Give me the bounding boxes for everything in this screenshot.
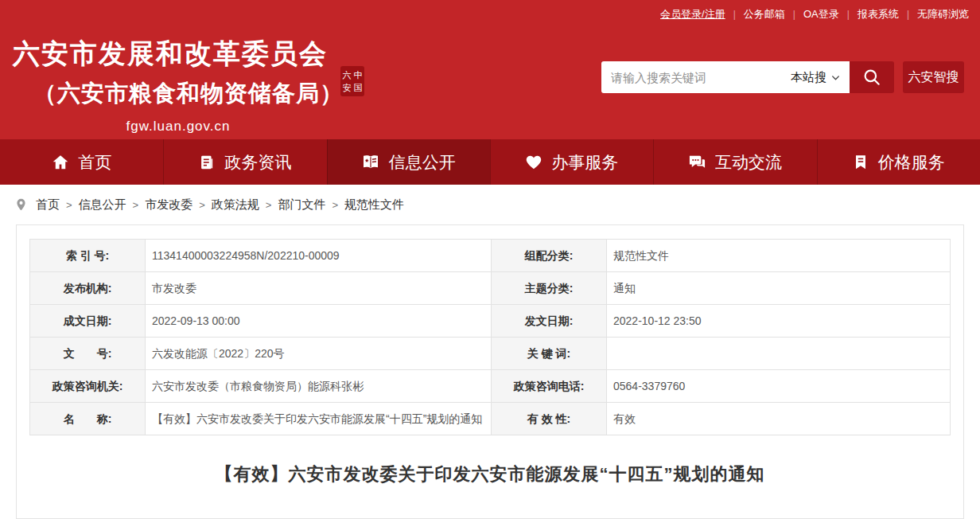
breadcrumb-separator: > (332, 199, 338, 211)
breadcrumb-separator: > (199, 199, 205, 211)
breadcrumb-separator: > (133, 199, 139, 211)
nav-item-label: 首页 (78, 151, 111, 174)
org-name-line2: （六安市粮食和物资储备局） (13, 78, 344, 110)
meta-value: 通知 (607, 272, 951, 305)
breadcrumb-fgw[interactable]: 市发改委 (145, 197, 192, 213)
org-name-line1: 六安市发展和改革委员会 (13, 36, 344, 72)
breadcrumb-info-disclosure[interactable]: 信息公开 (79, 197, 126, 213)
oa-login-link[interactable]: OA登录 (803, 7, 839, 21)
breadcrumb-separator: > (66, 199, 72, 211)
site-logo-title[interactable]: 六安市发展和改革委员会 （六安市粮食和物资储备局） fgw.luan.gov.c… (13, 36, 344, 135)
nav-item-label: 政务资讯 (224, 151, 291, 174)
search-box: 本站搜 (601, 61, 850, 93)
document-icon (198, 154, 216, 171)
top-utility-bar: 会员登录/注册 | 公务邮箱 | OA登录 | 报表系统 | 无障碍浏览 (0, 0, 980, 28)
meta-value: 2022-10-12 23:50 (607, 305, 951, 338)
breadcrumb: 首页 > 信息公开 > 市发改委 > 政策法规 > 部门文件 > 规范性文件 (0, 185, 980, 224)
breadcrumb-dept-files[interactable]: 部门文件 (278, 197, 325, 213)
nav-item-price-service[interactable]: 价格服务 (817, 139, 980, 185)
heart-icon (525, 154, 542, 171)
meta-label: 主题分类: (492, 272, 607, 305)
main-nav: 首页 政务资讯 信息公开 办事服务 互动交流 价格服务 (0, 139, 980, 185)
location-pin-icon (14, 197, 28, 213)
meta-value: 有效 (607, 403, 951, 435)
smart-search-button[interactable]: 六安智搜 (903, 61, 964, 93)
open-book-icon (361, 153, 380, 172)
official-mail-link[interactable]: 公务邮箱 (744, 7, 785, 21)
meta-label: 关 键 词: (492, 338, 607, 370)
meta-label: 发布机构: (30, 272, 146, 305)
table-row: 索 引 号: 11341400003224958N/202210-00009 组… (30, 240, 951, 272)
meta-label: 索 引 号: (30, 240, 146, 272)
search-button[interactable] (850, 61, 894, 93)
meta-value: 【有效】六安市发改委关于印发六安市能源发展“十四五”规划的通知 (146, 403, 492, 435)
report-system-link[interactable]: 报表系统 (858, 7, 899, 21)
nav-item-interaction[interactable]: 互动交流 (653, 139, 816, 185)
meta-value: 2022-09-13 00:00 (146, 305, 492, 338)
page-title: 【有效】六安市发改委关于印发六安市能源发展“十四五”规划的通知 (29, 462, 951, 486)
table-row: 成文日期: 2022-09-13 00:00 发文日期: 2022-10-12 … (30, 305, 951, 338)
search-input[interactable] (601, 71, 791, 84)
breadcrumb-home[interactable]: 首页 (36, 197, 60, 213)
member-login-link[interactable]: 会员登录/注册 (660, 7, 725, 21)
topbar-separator: | (907, 9, 909, 20)
meta-value: 0564-3379760 (607, 370, 951, 403)
table-row: 政策咨询机关: 六安市发改委（市粮食物资局）能源科张彬 政策咨询电话: 0564… (30, 370, 951, 403)
seal-char: 安 (343, 84, 352, 92)
topbar-separator: | (733, 9, 736, 20)
masthead: 六安市发展和改革委员会 （六安市粮食和物资储备局） fgw.luan.gov.c… (0, 28, 980, 139)
meta-value: 规范性文件 (607, 240, 951, 272)
china-luan-seal-icon: 六 中 安 国 (340, 66, 364, 96)
chevron-down-icon (830, 72, 841, 83)
chat-icon (688, 153, 706, 171)
meta-label: 政策咨询机关: (30, 370, 146, 403)
document-detail-card: 索 引 号: 11341400003224958N/202210-00009 组… (16, 224, 964, 519)
meta-value: 市发改委 (146, 272, 492, 305)
bookmark-icon (852, 154, 869, 171)
meta-label: 有 效 性: (492, 403, 607, 435)
search-icon (861, 67, 882, 88)
breadcrumb-policy[interactable]: 政策法规 (212, 197, 259, 213)
search-area: 本站搜 六安智搜 (601, 61, 964, 93)
meta-label: 名 称: (30, 403, 146, 435)
nav-item-news[interactable]: 政务资讯 (163, 139, 326, 185)
meta-label: 政策咨询电话: (492, 370, 607, 403)
breadcrumb-separator: > (266, 199, 272, 211)
search-scope-label: 本站搜 (791, 70, 826, 85)
topbar-separator: | (793, 9, 795, 20)
table-row: 发布机构: 市发改委 主题分类: 通知 (30, 272, 951, 305)
table-row: 文 号: 六发改能源〔2022〕220号 关 键 词: (30, 338, 951, 370)
meta-label: 成文日期: (30, 305, 146, 338)
nav-item-label: 互动交流 (715, 151, 782, 174)
meta-label: 组配分类: (492, 240, 607, 272)
document-meta-table: 索 引 号: 11341400003224958N/202210-00009 组… (29, 239, 951, 435)
topbar-separator: | (847, 9, 850, 20)
nav-item-label: 信息公开 (389, 151, 456, 174)
search-scope-select[interactable]: 本站搜 (791, 70, 850, 85)
nav-item-home[interactable]: 首页 (0, 139, 163, 185)
table-row: 名 称: 【有效】六安市发改委关于印发六安市能源发展“十四五”规划的通知 有 效… (30, 403, 951, 435)
meta-value (607, 338, 951, 370)
meta-label: 发文日期: (492, 305, 607, 338)
nav-item-label: 价格服务 (878, 151, 945, 174)
nav-item-services[interactable]: 办事服务 (490, 139, 653, 185)
seal-char: 六 (343, 71, 352, 80)
site-domain: fgw.luan.gov.cn (13, 119, 344, 135)
seal-char: 国 (354, 84, 363, 92)
meta-value: 六安市发改委（市粮食物资局）能源科张彬 (146, 370, 492, 403)
meta-value: 六发改能源〔2022〕220号 (146, 338, 492, 370)
meta-label: 文 号: (30, 338, 146, 370)
nav-item-label: 办事服务 (551, 151, 618, 174)
accessibility-link[interactable]: 无障碍浏览 (917, 7, 969, 21)
breadcrumb-current: 规范性文件 (344, 197, 404, 213)
nav-item-info-disclosure[interactable]: 信息公开 (327, 139, 490, 185)
home-icon (52, 154, 69, 171)
seal-char: 中 (354, 71, 363, 80)
meta-value: 11341400003224958N/202210-00009 (146, 240, 492, 272)
